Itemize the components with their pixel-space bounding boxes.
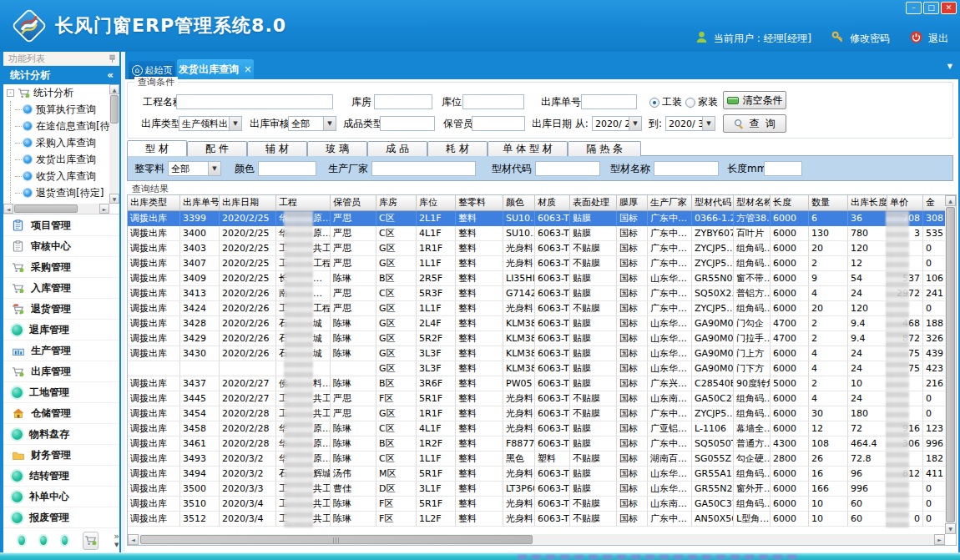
sidebar-item[interactable]: 财务管理 [3, 445, 119, 466]
location-input[interactable] [462, 94, 524, 109]
keeper-input[interactable] [472, 116, 525, 131]
product-type-input[interactable] [380, 116, 435, 131]
sidebar-item[interactable]: 结转管理 [3, 466, 119, 487]
material-tab[interactable]: 型 材 [127, 140, 187, 156]
material-tab[interactable]: 配 件 [187, 141, 247, 156]
table-row[interactable]: 调拨出库34092020/2/25长…陈琳B区2R5F整料LI35HD6063-… [128, 271, 945, 286]
scroll-thumb[interactable] [110, 95, 119, 124]
date-to-picker[interactable]: 2020/ 3/16▼ [665, 116, 715, 131]
dot-icon[interactable] [62, 536, 68, 545]
scroll-right-icon[interactable]: ► [934, 534, 945, 545]
manufacturer-input[interactable] [371, 161, 476, 176]
tree-item[interactable]: 在途信息查询[待 [3, 118, 119, 134]
sidebar-item[interactable]: 报废管理 [3, 507, 119, 527]
column-header[interactable]: 长度 [771, 195, 809, 211]
dot-icon[interactable] [18, 536, 25, 545]
date-from-picker[interactable]: 2020/ 2/16▼ [592, 116, 642, 131]
material-tab[interactable]: 玻 璃 [307, 141, 367, 156]
sidebar-item[interactable]: 退货管理 [3, 299, 119, 320]
material-tab[interactable]: 单 体 型 材 [488, 141, 568, 156]
table-row[interactable]: 调拨出库34132020/2/26南…严思C区5R3F整料G714226063-… [128, 286, 945, 301]
table-row[interactable]: 调拨出库34302020/2/26石城陈琳G区3L3F整料KLM38176063… [128, 346, 945, 361]
scroll-thumb[interactable] [946, 207, 955, 522]
table-horizontal-scrollbar[interactable]: ◄ ► [128, 534, 945, 545]
table-row[interactable]: 调拨出库35102020/3/4工共工程陈琳F区5R1F整料光身料6063-T5… [128, 497, 945, 512]
scroll-down-icon[interactable]: ▼ [945, 523, 956, 534]
table-row[interactable]: 调拨出库34072020/2/25工工程严思G区1L1F整料光身料6063-T5… [128, 256, 945, 271]
scroll-up-icon[interactable]: ▲ [945, 195, 956, 206]
tree-vertical-scrollbar[interactable]: ▲ ▼ [109, 84, 119, 204]
scroll-right-icon[interactable]: ► [99, 204, 109, 214]
table-row[interactable]: 调拨出库34002020/2/25华原…严思C区4L1F整料SU10…6063-… [128, 226, 945, 241]
column-header[interactable]: 出库长度 [848, 195, 887, 211]
column-header[interactable]: 单价 [887, 195, 923, 211]
tab-list-caret-icon[interactable]: ▼ [947, 63, 952, 70]
scroll-left-icon[interactable]: ◄ [128, 534, 139, 545]
sidebar-section-header[interactable]: 统计分析 « [3, 66, 119, 84]
whole-part-select[interactable]: 全部▼ [168, 161, 221, 176]
expander-icon[interactable]: - [7, 89, 14, 97]
scroll-down-icon[interactable]: ▼ [109, 194, 119, 204]
collapse-icon[interactable]: « [107, 66, 114, 84]
table-row[interactable]: 调拨出库34242020/2/26工工程严思G区1L1F整料光身料6063-T5… [128, 301, 945, 316]
column-header[interactable]: 型材名称 [734, 195, 771, 211]
sidebar-item[interactable]: 工地管理 [3, 382, 119, 403]
table-row[interactable]: 调拨出库34612020/2/28华原…陈琳B区1R2F整料F8877FT606… [128, 436, 945, 452]
cart-button[interactable] [83, 532, 99, 550]
logout-link[interactable]: 退出 [928, 32, 948, 46]
column-header[interactable]: 出库日期 [220, 195, 276, 211]
sidebar-item[interactable]: 补单中心 [3, 487, 119, 507]
table-row[interactable]: 调拨出库34582020/2/28华原…陈琳C区4L1F整料光身料6063-T5… [128, 421, 945, 436]
scroll-thumb[interactable] [140, 535, 533, 544]
sidebar-item[interactable]: 物料盘存 [3, 424, 119, 445]
tree-item[interactable]: 采购入库查询 [3, 134, 119, 151]
column-header[interactable]: 工程 [276, 195, 331, 211]
more-chevrons[interactable]: »▼ [114, 532, 119, 549]
sidebar-item[interactable]: 项目管理 [3, 215, 119, 236]
sidebar-item[interactable]: 生产管理 [3, 341, 119, 361]
scroll-up-icon[interactable]: ▲ [109, 84, 119, 94]
table-row[interactable]: 调拨出库33992020/2/25华原…严思C区2L1F整料SU10…6063-… [128, 211, 945, 226]
sidebar-item[interactable]: 审核中心 [3, 236, 119, 257]
tab-shipping-query[interactable]: 发货出库查询 × [177, 59, 254, 79]
column-header[interactable]: 出库单号 [180, 195, 220, 211]
table-row[interactable]: 调拨出库35122020/3/4工共工程陈琳F区1L2F整料光身料6063-T5… [128, 512, 945, 527]
column-header[interactable]: 表面处理 [570, 195, 617, 211]
tree-item[interactable]: 发货出库查询 [3, 151, 119, 168]
table-row[interactable]: 调拨出库34282020/2/26石城陈琳G区2L4F整料KLM38176063… [128, 316, 945, 331]
column-header[interactable]: 型材代码 [692, 195, 734, 211]
close-tab-icon[interactable]: × [244, 63, 252, 75]
clear-conditions-button[interactable]: 清空条件 [723, 91, 786, 109]
material-tab[interactable]: 隔 热 条 [568, 141, 641, 156]
tree-root[interactable]: - 统计分析 [3, 84, 119, 101]
tree-horizontal-scrollbar[interactable]: ◄ ► [3, 204, 109, 214]
sidebar-item[interactable]: 仓储管理 [3, 403, 119, 424]
close-button[interactable]: ✕ [941, 2, 957, 14]
change-password-link[interactable]: 修改密码 [850, 32, 890, 46]
scroll-thumb[interactable] [14, 204, 78, 213]
column-header[interactable]: 整零料 [456, 195, 503, 211]
table-row[interactable]: 调拨出库34542020/2/28工共工程严思G区1R1F整料光身料6063-T… [128, 406, 945, 421]
column-header[interactable]: 金 [923, 195, 945, 211]
sidebar-item[interactable]: 出库管理 [3, 361, 119, 382]
outbound-type-select[interactable]: 生产领料出库▼ [179, 116, 242, 131]
column-header[interactable]: 膜厚 [617, 195, 648, 211]
table-row[interactable]: 调拨出库34932020/3/2华原…陈琳C区1L1F整料黑色塑料不贴膜国标湖南… [128, 452, 945, 467]
tree-item[interactable]: 退货查询[待定] [3, 184, 119, 201]
search-button[interactable]: 查 询 [723, 114, 786, 133]
length-input[interactable] [764, 161, 802, 176]
order-no-input[interactable] [581, 94, 637, 109]
column-header[interactable]: 出库类型 [128, 195, 180, 211]
sidebar-item[interactable]: 采购管理 [3, 257, 119, 278]
sidebar-item[interactable]: 退库管理 [3, 320, 119, 341]
table-row[interactable]: 调拨出库34372020/2/27佛料…陈琳B区3R6F整料PW056063-T… [128, 376, 945, 391]
profile-code-input[interactable] [535, 161, 600, 176]
material-tab[interactable]: 耗 材 [427, 141, 488, 156]
column-header[interactable]: 数量 [809, 195, 848, 211]
minimize-button[interactable]: – [906, 2, 922, 14]
profile-name-input[interactable] [654, 161, 719, 176]
dot-icon[interactable] [40, 536, 47, 545]
table-vertical-scrollbar[interactable]: ▲ ▼ [945, 195, 956, 534]
column-header[interactable]: 生产厂家 [648, 195, 692, 211]
column-header[interactable]: 颜色 [503, 195, 535, 211]
